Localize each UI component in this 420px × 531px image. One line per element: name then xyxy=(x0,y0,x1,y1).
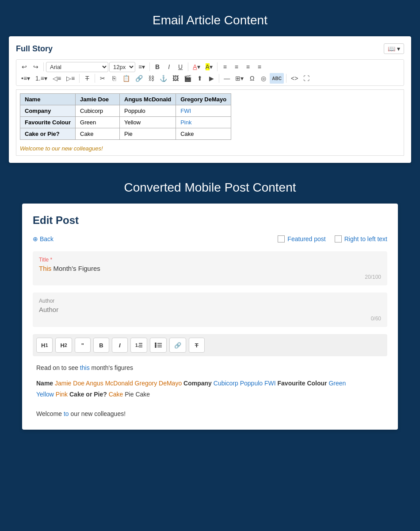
svg-point-6 xyxy=(155,346,157,348)
align-right-button[interactable]: ≡ xyxy=(243,62,253,72)
line-height-button[interactable]: ≡▾ xyxy=(136,62,147,72)
media-button[interactable]: 🎬 xyxy=(182,73,194,84)
post-italic-button[interactable]: I xyxy=(112,338,128,353)
highlight-button[interactable]: A▾ xyxy=(203,62,215,72)
checkbox-group: Featured post Right to left text xyxy=(278,235,387,242)
upload-button[interactable]: ⬆ xyxy=(195,73,205,84)
editor-content-area[interactable]: Name Jamie Doe Angus McDonald Gregory De… xyxy=(16,89,404,156)
company-label: Company xyxy=(183,380,212,387)
email-editor-container: Full Story 📖 ▾ ↩ ↪ Arial Times New Roman… xyxy=(9,36,411,163)
unordered-list-icon xyxy=(155,342,162,349)
anchor-button[interactable]: ⚓ xyxy=(157,73,169,84)
title-value[interactable]: This Month's Figures xyxy=(39,265,381,272)
unlink-button[interactable]: ⛓ xyxy=(146,73,157,84)
font-family-select[interactable]: Arial Times New Roman Verdana xyxy=(46,62,108,72)
svg-text:1.: 1. xyxy=(135,343,139,348)
cake-cake2: Cake xyxy=(135,391,150,398)
copy-button[interactable]: ⎘ xyxy=(109,73,119,84)
post-ordered-list-button[interactable]: 1. xyxy=(130,338,147,353)
cake-cake: Cake xyxy=(76,128,120,140)
author-input[interactable] xyxy=(39,306,381,313)
colour-green: Green xyxy=(76,117,120,128)
align-left-button[interactable]: ≡ xyxy=(220,62,230,72)
welcome-link[interactable]: to xyxy=(64,410,69,417)
title-label: Title * xyxy=(39,257,381,263)
post-content-area[interactable]: Read on to see this month's figures Name… xyxy=(33,363,387,419)
table-row-header: Name Jamie Doe Angus McDonald Gregory De… xyxy=(20,94,231,105)
title-field: Title * This Month's Figures 20/100 xyxy=(33,251,387,285)
bold-button[interactable]: B xyxy=(152,62,163,72)
separator-6 xyxy=(95,74,95,83)
editor-header: Full Story 📖 ▾ xyxy=(16,43,404,54)
ordered-list-icon: 1. xyxy=(135,342,142,349)
post-intro: Read on to see this month's figures xyxy=(36,363,384,373)
colour-label: Favourite Colour xyxy=(278,380,327,387)
source-code-button[interactable]: <> xyxy=(289,73,300,84)
link-button[interactable]: 🔗 xyxy=(133,73,145,84)
back-link[interactable]: ⊕ Back xyxy=(33,235,53,242)
clear-format-button[interactable]: T xyxy=(82,73,92,84)
featured-post-checkbox-label[interactable]: Featured post xyxy=(278,235,325,242)
featured-post-label: Featured post xyxy=(287,235,325,242)
featured-post-checkbox[interactable] xyxy=(278,235,285,242)
post-intro-link[interactable]: this xyxy=(80,364,90,371)
unordered-list-button[interactable]: •≡▾ xyxy=(19,73,32,84)
cut-button[interactable]: ✂ xyxy=(97,73,108,84)
name-gregory: Gregory DeMayo xyxy=(135,380,183,387)
ordered-list-button[interactable]: 1.≡▾ xyxy=(33,73,50,84)
cake-pie: Pie xyxy=(120,128,176,140)
toolbar-row-2: •≡▾ 1.≡▾ ◁≡ ▷≡ T ✂ ⎘ 📋 🔗 ⛓ ⚓ 🖼 🎬 ⬆ ▶ — ⊞… xyxy=(19,73,401,84)
redo-button[interactable]: ↪ xyxy=(31,62,41,72)
company-fwi: FWI xyxy=(264,380,278,387)
colour-green: Green xyxy=(328,380,346,387)
header-name: Name xyxy=(20,94,76,105)
decrease-indent-button[interactable]: ◁≡ xyxy=(50,73,63,84)
table-button[interactable]: ⊞▾ xyxy=(233,73,246,84)
fullscreen-button[interactable]: ⛶ xyxy=(301,73,312,84)
blockquote-button[interactable]: " xyxy=(75,338,91,353)
company-fwi: FWI xyxy=(176,105,231,117)
editor-menu-button[interactable]: 📖 ▾ xyxy=(384,43,404,54)
spellcheck-button[interactable]: ABC xyxy=(270,73,284,84)
font-size-select[interactable]: 12px 14px 16px xyxy=(109,62,135,72)
special-char-button[interactable]: Ω xyxy=(247,73,257,84)
font-color-button[interactable]: A▾ xyxy=(191,62,202,72)
cake-cake2: Cake xyxy=(176,128,231,140)
post-unordered-list-button[interactable] xyxy=(150,338,167,353)
mobile-section-title: Converted Mobile Post Content xyxy=(9,181,411,195)
author-field: Author 0/60 xyxy=(33,292,387,327)
increase-indent-button[interactable]: ▷≡ xyxy=(64,73,77,84)
right-to-left-checkbox-label[interactable]: Right to left text xyxy=(335,235,387,242)
target-button[interactable]: ◎ xyxy=(258,73,269,84)
post-data-line: Name Jamie Doe Angus McDonald Gregory De… xyxy=(36,378,384,400)
cake-label: Cake or Pie? xyxy=(69,391,107,398)
right-to-left-checkbox[interactable] xyxy=(335,235,342,242)
cake-cake: Cake xyxy=(109,391,125,398)
undo-button[interactable]: ↩ xyxy=(19,62,30,72)
h2-button[interactable]: H2 xyxy=(55,338,72,353)
toolbar-row-1: ↩ ↪ Arial Times New Roman Verdana 12px 1… xyxy=(19,62,401,72)
post-toolbar: H1 H2 " B I 1. 🔗 T xyxy=(33,334,387,356)
separator-1 xyxy=(43,62,44,71)
paste-button[interactable]: 📋 xyxy=(120,73,132,84)
name-label: Name xyxy=(36,380,53,387)
name-jamie: Jamie Doe xyxy=(55,380,86,387)
justify-button[interactable]: ≡ xyxy=(254,62,265,72)
image-button[interactable]: 🖼 xyxy=(170,73,181,84)
h1-button[interactable]: H1 xyxy=(36,338,53,353)
svg-point-4 xyxy=(155,342,157,344)
hrule-button[interactable]: — xyxy=(221,73,232,84)
align-center-button[interactable]: ≡ xyxy=(231,62,242,72)
video-button[interactable]: ▶ xyxy=(206,73,217,84)
title-highlight-word: This xyxy=(39,265,51,272)
underline-button[interactable]: U xyxy=(175,62,186,72)
separator-5 xyxy=(79,74,80,83)
italic-button[interactable]: I xyxy=(164,62,174,72)
separator-3 xyxy=(188,62,188,71)
header-gregory: Gregory DeMayo xyxy=(176,94,231,105)
post-clear-format-button[interactable]: T xyxy=(189,338,205,353)
post-link-button[interactable]: 🔗 xyxy=(169,338,186,353)
post-bold-button[interactable]: B xyxy=(93,338,109,353)
company-cubicorp: Cubicorp xyxy=(76,105,120,117)
back-icon: ⊕ xyxy=(33,235,38,242)
